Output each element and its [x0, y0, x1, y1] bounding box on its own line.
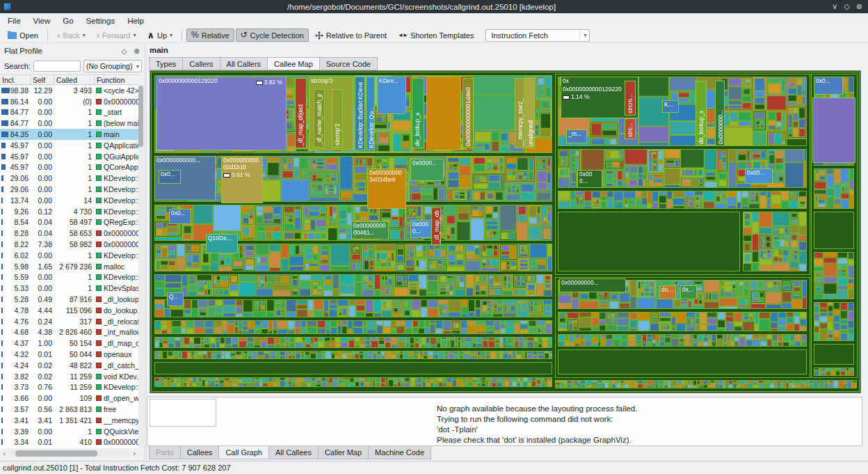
flat-profile-row[interactable]: 45.970.001QCoreAppl... [0, 162, 138, 173]
tab-callers[interactable]: Callers [183, 57, 220, 70]
flat-profile-row[interactable]: 84.770.001_start [0, 107, 138, 118]
flat-profile-row[interactable]: 45.970.001QApplicatio... [0, 140, 138, 151]
treemap-cell[interactable]: 0x... [680, 285, 697, 299]
treemap-cell[interactable]: 0x0000000000461... [351, 221, 389, 239]
back-button[interactable]: ‹ Back ▾ [52, 29, 90, 42]
treemap-cell[interactable]: unaligned1.39 % [525, 78, 535, 148]
tab-parts[interactable]: Parts [149, 446, 181, 459]
tab-callees[interactable]: Callees [181, 446, 220, 459]
flat-profile-row[interactable]: 3.340.014100x00000000... [0, 437, 138, 448]
treemap-cell[interactable]: KDev... [377, 77, 406, 114]
flat-profile-row[interactable]: 8.280.0458 6530x00000000... [0, 228, 138, 239]
flat-profile-row[interactable]: 3.660.00109dl_open_w... [0, 393, 138, 404]
treemap-cell[interactable]: 0x00... [745, 168, 773, 184]
shorten-templates-toggle[interactable]: ◄► Shorten Templates [393, 29, 479, 42]
treemap-cell[interactable]: _dl_name_match_p1.04 % [314, 89, 325, 148]
tab-call-graph[interactable]: Call Graph [219, 446, 269, 459]
flat-profile-row[interactable]: 5.590.001KDevelop::... [0, 272, 138, 283]
open-button[interactable]: Open [3, 29, 43, 42]
tab-all-callers[interactable]: All Callers [220, 57, 268, 70]
flat-profile-row[interactable]: 84.350.001main [0, 129, 138, 140]
treemap-cell[interactable]: 0x00000000002d1b100.61 % [221, 156, 263, 203]
treemap-cell[interactable]: 0x0... [169, 209, 191, 224]
forward-dropdown-icon[interactable]: ▾ [133, 32, 136, 38]
treemap-cell[interactable] [426, 77, 461, 150]
flat-profile-row[interactable]: 13.740.0014KDevelop::... [0, 195, 138, 206]
treemap-cell[interactable]: K... [662, 100, 679, 113]
treemap-cell[interactable]: 0x00000000001292203.82 % [156, 77, 287, 150]
treemap-cell[interactable]: Q10De... [206, 234, 238, 253]
column-header-function[interactable]: Function [95, 75, 138, 84]
grouping-combo[interactable]: (No Grouping) ▾ [83, 60, 142, 72]
flat-profile-row[interactable]: 4.784.44115 096do_lookup... [0, 305, 138, 316]
flat-profile-row[interactable]: 29.060.001KDevelop::... [0, 173, 138, 184]
flat-profile-row[interactable]: 3.730.7611 259KDevelop::... [0, 382, 138, 393]
flat-profile-list[interactable]: 98.3812.293 493<cycle 42>86.140.00(0)0x0… [0, 85, 138, 448]
minimize-button[interactable]: ∨ [832, 2, 837, 11]
treemap-cell[interactable]: 0x0... [814, 77, 843, 95]
flat-profile-row[interactable]: 5.280.4987 916_dl_lookup... [0, 294, 138, 305]
back-dropdown-icon[interactable]: ▾ [83, 32, 86, 38]
scroll-left-icon[interactable]: ‹ [0, 449, 8, 457]
treemap-cell[interactable]: _dl_map_object1.96 % [295, 78, 307, 148]
menu-file[interactable]: File [1, 15, 27, 27]
treemap-cell[interactable] [812, 97, 855, 163]
dock-close-icon[interactable]: ⊗ [131, 47, 142, 55]
vertical-scrollbar[interactable] [138, 85, 143, 448]
flat-profile-row[interactable]: 3.413.411 351 421__memcpy... [0, 415, 138, 426]
dock-float-icon[interactable]: ◇ [119, 47, 129, 55]
scrollbar-thumb[interactable] [138, 86, 143, 147]
flat-profile-row[interactable]: 8.227.3858 9820x00000000... [0, 239, 138, 250]
scrollbar-thumb[interactable] [15, 450, 97, 457]
cycle-detection-toggle[interactable]: ↺ Cycle Detection [236, 29, 309, 42]
flat-profile-row[interactable]: 4.371.0050 154_dl_map_o... [0, 338, 138, 349]
flat-profile-row[interactable]: 4.684.382 826 460_int_malloc [0, 327, 138, 338]
menu-settings[interactable]: Settings [80, 15, 122, 27]
column-header-called[interactable]: Called [54, 75, 95, 84]
treemap-cell[interactable]: 0x000000000001d4e01.28 % [463, 78, 474, 148]
flat-profile-row[interactable]: 84.770.001(below mai... [0, 118, 138, 129]
treemap-cell[interactable]: 0x0000000... [715, 81, 725, 146]
menu-view[interactable]: View [27, 15, 57, 27]
column-header-incl[interactable]: Incl. [0, 75, 31, 84]
close-button[interactable]: ⊗ [856, 2, 862, 11]
column-header-self[interactable]: Self [31, 75, 54, 84]
treemap-cell[interactable]: KDevelop::Qu... [366, 77, 375, 150]
forward-button[interactable]: › Forward ▾ [92, 29, 141, 42]
flat-profile-row[interactable]: 3.820.0211 259void KDev... [0, 371, 138, 382]
flat-profile-row[interactable]: 4.320.0150 044openaux [0, 349, 138, 360]
treemap-cell[interactable]: do_lookup_x1.44 % [412, 78, 424, 148]
graph-birdseye-box[interactable] [150, 399, 216, 427]
horizontal-scrollbar[interactable]: ‹ › [0, 448, 138, 458]
event-type-combo[interactable]: Instruction Fetch ▾ [485, 29, 590, 42]
treemap-cell[interactable]: strcm... [625, 81, 636, 116]
flat-profile-row[interactable]: 8.540.0458 497QRegExp::... [0, 217, 138, 228]
treemap-cell[interactable]: _m... [566, 129, 587, 143]
scrollbar-track[interactable] [8, 450, 130, 457]
tab-source-code[interactable]: Source Code [320, 57, 378, 70]
treemap-cell[interactable]: KDevelop::Bucket:KDevel... [355, 77, 365, 150]
tab-callee-map[interactable]: Callee Map [268, 57, 320, 70]
treemap-cell[interactable]: 0x0... [159, 170, 181, 184]
flat-profile-row[interactable]: 5.330.001KDevSplas... [0, 283, 138, 294]
treemap-cell[interactable]: 0x00000000... [559, 278, 626, 292]
tab-types[interactable]: Types [149, 57, 183, 70]
flat-profile-row[interactable]: 9.260.124 730KDevelop::... [0, 206, 138, 217]
treemap-cell[interactable]: __memcpy_sse2_ [515, 78, 524, 148]
menu-help[interactable]: Help [121, 15, 150, 27]
relative-to-parent-toggle[interactable]: Relative to Parent [310, 29, 392, 42]
treemap-cell[interactable]: 0x0000... [410, 159, 444, 181]
flat-profile-row[interactable]: 5.981.652 679 236malloc [0, 261, 138, 272]
treemap-cell[interactable]: do... [659, 285, 676, 299]
menu-go[interactable]: Go [56, 15, 79, 27]
flat-profile-row[interactable]: 98.3812.293 493<cycle 42> [0, 85, 138, 96]
flat-profile-row[interactable]: 3.570.562 863 813free [0, 404, 138, 415]
treemap-cell[interactable]: _dl_map_objec... [431, 207, 441, 245]
treemap-cell[interactable]: Q... [167, 292, 184, 306]
maximize-button[interactable]: ◇ [844, 2, 849, 11]
treemap-cell[interactable]: strcmp'20.43 % [332, 89, 343, 148]
flat-profile-row[interactable]: 86.140.00(0)0x00000000... [0, 96, 138, 107]
flat-profile-dock-header[interactable]: Flat Profile ◇ ⊗ [0, 43, 144, 58]
flat-profile-row[interactable]: 4.760.24317_dl_relocat... [0, 316, 138, 327]
titlebar[interactable]: /home/sergobot/Documents/GCI/screenshots… [0, 0, 868, 13]
